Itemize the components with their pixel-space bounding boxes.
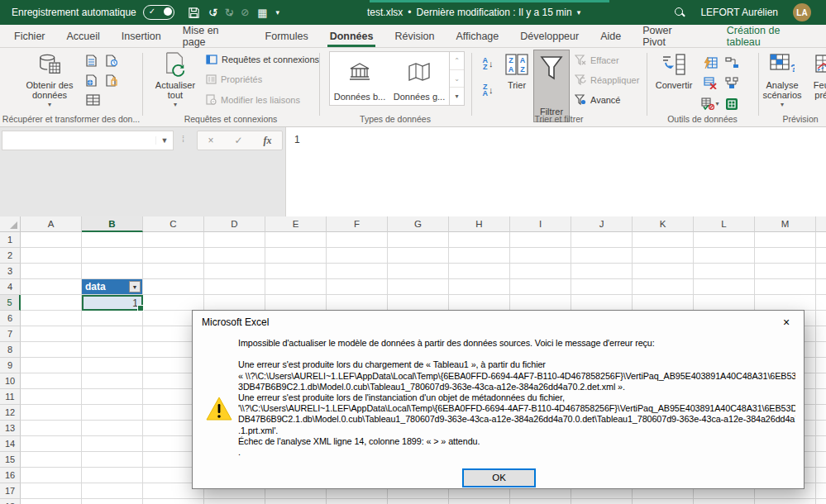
cell-J1[interactable] bbox=[571, 232, 633, 248]
cell-B15[interactable] bbox=[82, 452, 143, 468]
properties-button[interactable]: Propriétés bbox=[206, 74, 262, 84]
cell-A4[interactable] bbox=[21, 279, 82, 295]
autosave-control[interactable]: Enregistrement automatique ✓ bbox=[12, 5, 174, 20]
row-header-15[interactable]: 15 bbox=[0, 452, 21, 468]
document-title[interactable]: test.xlsx • Dernière modification : Il y… bbox=[367, 0, 580, 25]
cell-A9[interactable] bbox=[21, 358, 82, 373]
cell-K3[interactable] bbox=[633, 264, 694, 279]
cell-E3[interactable] bbox=[265, 264, 327, 279]
qat-overflow-button[interactable]: ▾ bbox=[276, 8, 280, 17]
row-header-6[interactable]: 6 bbox=[0, 311, 21, 326]
forecast-sheet-button[interactable]: Feuille prévis bbox=[805, 50, 826, 100]
cell-D1[interactable] bbox=[204, 232, 265, 248]
save-icon[interactable] bbox=[188, 7, 200, 19]
data-validation-icon[interactable]: ▾ bbox=[701, 97, 719, 110]
gallery-up-icon[interactable]: ⌃ bbox=[450, 52, 464, 70]
sort-button[interactable]: ZAAZ Trier bbox=[500, 50, 533, 90]
row-header-8[interactable]: 8 bbox=[0, 342, 21, 358]
cell-H2[interactable] bbox=[449, 248, 510, 264]
cell-K4[interactable] bbox=[633, 279, 694, 295]
sort-descending-button[interactable]: ZA↓ bbox=[477, 81, 499, 99]
tab-révision[interactable]: Révision bbox=[384, 25, 445, 47]
cell-B16[interactable] bbox=[82, 468, 143, 483]
sort-ascending-button[interactable]: AZ↓ bbox=[477, 55, 499, 73]
cell-partial[interactable] bbox=[816, 452, 826, 468]
cell-I18[interactable] bbox=[510, 499, 571, 504]
filter-dropdown-button[interactable]: ▼ bbox=[129, 281, 141, 292]
row-header-11[interactable]: 11 bbox=[0, 389, 21, 405]
row-header-7[interactable]: 7 bbox=[0, 326, 21, 342]
cell-partial[interactable] bbox=[816, 499, 826, 504]
cell-B9[interactable] bbox=[82, 358, 143, 373]
cell-B14[interactable] bbox=[82, 436, 143, 452]
avatar[interactable]: LA bbox=[793, 3, 811, 21]
cell-B7[interactable] bbox=[82, 326, 143, 342]
cell-partial[interactable] bbox=[816, 264, 826, 279]
touch-mode-icon[interactable]: ⊘ bbox=[241, 7, 249, 18]
cell-C18[interactable] bbox=[143, 499, 204, 504]
what-if-analysis-button[interactable]: ? Analyse scénarios ▾ bbox=[761, 50, 804, 110]
cell-K2[interactable] bbox=[633, 248, 694, 264]
row-header-1[interactable]: 1 bbox=[0, 232, 21, 248]
cell-I1[interactable] bbox=[510, 232, 571, 248]
redo-button[interactable]: ↻▾ bbox=[225, 6, 233, 19]
cell-G2[interactable] bbox=[388, 248, 449, 264]
column-header-G[interactable]: G bbox=[388, 216, 449, 232]
cell-M1[interactable] bbox=[755, 232, 816, 248]
cell-L18[interactable] bbox=[694, 499, 755, 504]
cell-H3[interactable] bbox=[449, 264, 510, 279]
relationships-icon[interactable] bbox=[725, 57, 739, 69]
tab-mise-en-page[interactable]: Mise en page bbox=[172, 25, 255, 47]
cell-A10[interactable] bbox=[21, 373, 82, 389]
cell-B17[interactable] bbox=[82, 483, 143, 499]
row-header-17[interactable]: 17 bbox=[0, 483, 21, 499]
tab-accueil[interactable]: Accueil bbox=[56, 25, 111, 47]
user-name[interactable]: LEFORT Aurélien bbox=[700, 7, 778, 18]
cell-G1[interactable] bbox=[388, 232, 449, 248]
column-header-F[interactable]: F bbox=[327, 216, 388, 232]
cell-C2[interactable] bbox=[143, 248, 204, 264]
cell-H4[interactable] bbox=[449, 279, 510, 295]
select-all-corner[interactable] bbox=[0, 216, 21, 232]
cell-H5[interactable] bbox=[449, 295, 510, 311]
cell-partial[interactable] bbox=[816, 232, 826, 248]
column-header-C[interactable]: C bbox=[143, 216, 204, 232]
cell-D18[interactable] bbox=[204, 499, 265, 504]
refresh-all-button[interactable]: Actualiser tout ▾ bbox=[151, 50, 199, 110]
dialog-title-bar[interactable]: Microsoft Excel × bbox=[193, 311, 804, 334]
tab-fichier[interactable]: Fichier bbox=[3, 25, 56, 47]
ok-button[interactable]: OK bbox=[462, 468, 536, 487]
cell-E2[interactable] bbox=[265, 248, 327, 264]
cell-F3[interactable] bbox=[327, 264, 388, 279]
cell-G18[interactable] bbox=[388, 499, 449, 504]
cell-G3[interactable] bbox=[388, 264, 449, 279]
cell-J2[interactable] bbox=[571, 248, 633, 264]
column-header-I[interactable]: I bbox=[510, 216, 571, 232]
tab-développeur[interactable]: Développeur bbox=[509, 25, 590, 47]
column-header-J[interactable]: J bbox=[571, 216, 633, 232]
cell-K5[interactable] bbox=[633, 295, 694, 311]
cell-G5[interactable] bbox=[388, 295, 449, 311]
row-header-13[interactable]: 13 bbox=[0, 421, 21, 436]
remove-duplicates-icon[interactable] bbox=[704, 77, 717, 89]
gallery-scrollbar[interactable]: ⌃ ⌄ ▾ bbox=[449, 52, 464, 105]
cell-M2[interactable] bbox=[755, 248, 816, 264]
cell-I4[interactable] bbox=[510, 279, 571, 295]
cancel-entry-icon[interactable]: × bbox=[208, 135, 213, 146]
manage-data-model-icon[interactable] bbox=[725, 97, 738, 111]
cell-D2[interactable] bbox=[204, 248, 265, 264]
gallery-more-icon[interactable]: ▾ bbox=[450, 88, 464, 105]
cell-partial[interactable] bbox=[816, 373, 826, 389]
cell-I2[interactable] bbox=[510, 248, 571, 264]
editing-mode-icon[interactable]: ▦ bbox=[257, 7, 267, 19]
clear-filter-button[interactable]: Effacer bbox=[575, 55, 619, 65]
row-header-9[interactable]: 9 bbox=[0, 358, 21, 373]
flash-fill-icon[interactable] bbox=[704, 56, 718, 69]
cell-B6[interactable] bbox=[82, 311, 143, 326]
queries-connections-button[interactable]: Requêtes et connexions bbox=[206, 55, 319, 64]
name-box[interactable]: ▼ bbox=[2, 131, 174, 150]
cell-H1[interactable] bbox=[449, 232, 510, 248]
cell-B12[interactable] bbox=[82, 405, 143, 421]
cell-K18[interactable] bbox=[633, 499, 694, 504]
cell-G4[interactable] bbox=[388, 279, 449, 295]
